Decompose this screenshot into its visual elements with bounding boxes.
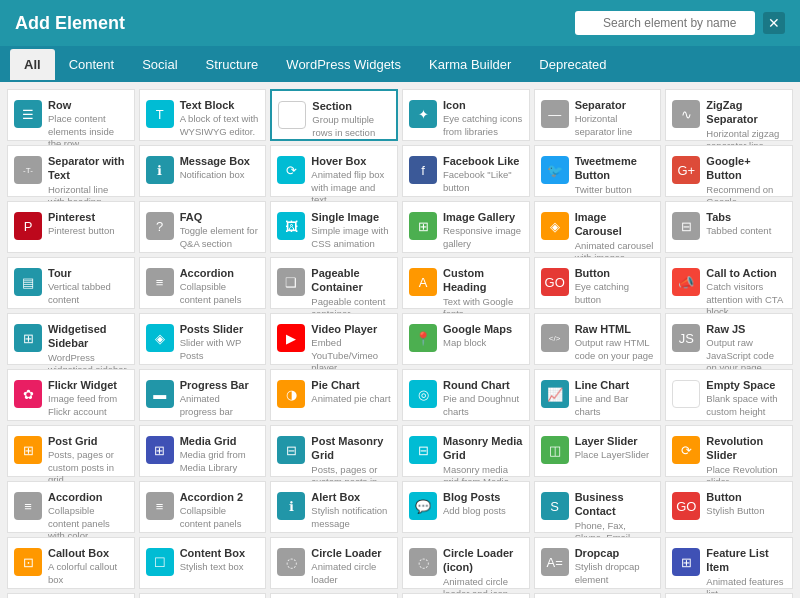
tab-deprecated[interactable]: Deprecated [525,49,620,80]
element-text: Feature List ItemAnimated features list [706,546,786,598]
element-item[interactable]: -T-Separator with TextHorizontal line wi… [7,145,135,197]
element-item[interactable]: ◑Pie ChartAnimated pie chart [270,369,398,421]
element-item[interactable]: ⊞Widgetised SidebarWordPress widgetised … [7,313,135,365]
element-item[interactable]: GOButtonStylish Button [665,481,793,533]
element-item[interactable]: 💬Blog PostsAdd blog posts [402,481,530,533]
element-item[interactable]: ⊞Media GridMedia grid from Media Library [139,425,267,477]
element-item[interactable]: ✓Icon BoxStylish vector icon callout box [270,593,398,598]
element-item[interactable]: fFacebook LikeFacebook "Like" button [402,145,530,197]
element-item[interactable]: 🖼Image Box - squareA callout box with im… [665,593,793,598]
element-item[interactable]: 🖼Icon PNG65 Stylish PNG icons [534,593,662,598]
element-desc: Stylish dropcap element [575,561,655,586]
element-text: Google MapsMap block [443,322,523,350]
element-icon: ⊡ [14,548,42,576]
element-desc: Pie and Doughnut charts [443,393,523,418]
element-item[interactable]: ≡AccordionCollapsible content panels wit… [7,481,135,533]
element-name: Flickr Widget [48,378,128,392]
element-item[interactable]: ∿ZigZag SeparatorHorizontal zigzag separ… [665,89,793,141]
element-item[interactable]: ❑Pageable ContainerPageable content cont… [270,257,398,309]
element-item[interactable]: ☰RowPlace content elements inside the ro… [7,89,135,141]
element-name: Hover Box [311,154,391,168]
element-item[interactable]: ✦IconEye catching icons from libraries [402,89,530,141]
element-icon: f [409,156,437,184]
element-item[interactable]: ✿Flickr WidgetImage feed from Flickr acc… [7,369,135,421]
tab-content[interactable]: Content [55,49,129,80]
tab-karma-builder[interactable]: Karma Builder [415,49,525,80]
tab-all[interactable]: All [10,49,55,80]
element-item[interactable]: </>Raw HTMLOutput raw HTML code on your … [534,313,662,365]
element-item[interactable]: 📍Google MapsMap block [402,313,530,365]
element-desc: Place LayerSlider [575,449,655,461]
element-text: Accordion 2Collapsible content panels [180,490,260,530]
element-desc: Eye catching icons from libraries [443,113,523,138]
element-item[interactable]: ℹAlert BoxStylish notification message [270,481,398,533]
element-item[interactable]: ⊟Post Masonry GridPosts, pages or custom… [270,425,398,477]
element-text: SeparatorHorizontal separator line [575,98,655,138]
element-item[interactable]: ⊟TabsTabbed content [665,201,793,253]
element-item[interactable]: ▶Video PlayerEmbed YouTube/Vimeo player [270,313,398,365]
element-text: Flickr WidgetImage feed from Flickr acco… [48,378,128,418]
element-item[interactable]: ▤TourVertical tabbed content [7,257,135,309]
element-desc: Slider with WP Posts [180,337,260,362]
element-item[interactable]: ◌Circle Loader (icon)Animated circle loa… [402,537,530,589]
element-icon: ☐ [146,548,174,576]
element-item[interactable]: ◌Circle LoaderAnimated circle loader [270,537,398,589]
element-item[interactable]: G+Google+ ButtonRecommend on Google [665,145,793,197]
element-item[interactable]: ⟳Revolution SliderPlace Revolution slide… [665,425,793,477]
element-item[interactable]: ☐Content BoxStylish text box [139,537,267,589]
element-item[interactable]: ?FAQToggle element for Q&A section [139,201,267,253]
element-item[interactable]: ≡Accordion 2Collapsible content panels [139,481,267,533]
element-icon: ℹ [277,492,305,520]
element-item[interactable]: —SeparatorHorizontal separator line [534,89,662,141]
element-icon: ? [146,212,174,240]
element-desc: Image feed from Flickr account [48,393,128,418]
element-item[interactable]: ▬Progress BarAnimated progress bar [139,369,267,421]
element-item[interactable]: PPinterestPinterest button [7,201,135,253]
tab-social[interactable]: Social [128,49,191,80]
element-item[interactable]: HHeadingA stylish heading with subheadin… [139,593,267,598]
element-item[interactable]: SBusiness ContactPhone, Fax, Skype, Emai… [534,481,662,533]
element-item[interactable]: ◈Image CarouselAnimated carousel with im… [534,201,662,253]
element-text: Blog PostsAdd blog posts [443,490,523,518]
element-item[interactable]: ◎Round ChartPie and Doughnut charts [402,369,530,421]
element-item[interactable]: ℹMessage BoxNotification box [139,145,267,197]
element-item[interactable]: ◫Layer SliderPlace LayerSlider [534,425,662,477]
element-name: Separator [575,98,655,112]
element-item[interactable]: A=DropcapStylish dropcap element [534,537,662,589]
element-item[interactable]: 📣Call to ActionCatch visitors attention … [665,257,793,309]
element-name: Content Box [180,546,260,560]
close-button[interactable]: ✕ [763,12,785,34]
element-item[interactable]: 🐦Tweetmeme ButtonTwitter button [534,145,662,197]
element-item[interactable]: ≡AccordionCollapsible content panels [139,257,267,309]
element-desc: Stylish text box [180,561,260,573]
element-text: Circle LoaderAnimated circle loader [311,546,391,586]
element-item[interactable]: JSRaw JSOutput raw JavaScript code on yo… [665,313,793,365]
element-item[interactable]: GOButtonEye catching button [534,257,662,309]
element-item[interactable]: ACustom HeadingText with Google fonts [402,257,530,309]
element-item[interactable]: ⊞Post GridPosts, pages or custom posts i… [7,425,135,477]
element-item[interactable]: +SectionGroup multiple rows in section [270,89,398,141]
element-name: Facebook Like [443,154,523,168]
element-item[interactable]: ⊡Callout BoxA colorful callout box [7,537,135,589]
element-item[interactable]: ⊞Feature List ItemAnimated features list [665,537,793,589]
element-text: Facebook LikeFacebook "Like" button [443,154,523,194]
element-icon: GO [541,268,569,296]
search-input[interactable] [575,11,755,35]
element-icon: ✦ [409,100,437,128]
element-item[interactable]: Empty SpaceBlank space with custom heigh… [665,369,793,421]
element-icon: ◌ [277,548,305,576]
element-name: Pie Chart [311,378,391,392]
element-item[interactable]: ◈Posts SliderSlider with WP Posts [139,313,267,365]
element-item[interactable]: 📈Line ChartLine and Bar charts [534,369,662,421]
element-item[interactable]: ⊕Icon + TextRound vector icon with conte… [402,593,530,598]
element-desc: Eye catching button [575,281,655,306]
element-item[interactable]: 🖼Single ImageSimple image with CSS anima… [270,201,398,253]
tab-structure[interactable]: Structure [192,49,273,80]
tab-wp-widgets[interactable]: WordPress Widgets [272,49,415,80]
element-item[interactable]: ⊟Masonry Media GridMasonry media grid fr… [402,425,530,477]
element-item[interactable]: ⊞Image GalleryResponsive image gallery [402,201,530,253]
element-item[interactable]: ⟳Hover BoxAnimated flip box with image a… [270,145,398,197]
element-item[interactable]: TText BlockA block of text with WYSIWYG … [139,89,267,141]
element-item[interactable]: GapBlank space with custom height [7,593,135,598]
element-name: Circle Loader (icon) [443,546,523,575]
